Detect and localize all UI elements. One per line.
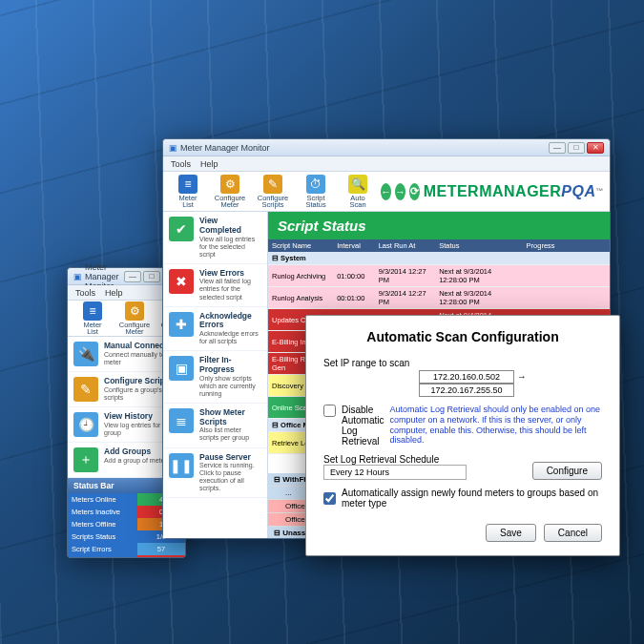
sidebar-icon: ❚❚ <box>169 453 194 478</box>
table-group-row[interactable]: ⊟ System <box>268 252 610 265</box>
sidebar-item[interactable]: ❚❚ Pause Server Service is running. Clic… <box>163 448 267 499</box>
sidebar-item-title: Show Meter Scripts <box>199 408 261 427</box>
column-header[interactable]: Script Name <box>268 239 333 252</box>
save-button[interactable]: Save <box>486 524 536 542</box>
sidebar-item-desc: Service is running. Click to pause execu… <box>199 462 261 492</box>
toolbar-label: Configure Meter <box>119 322 151 336</box>
toolbar-configure-scripts[interactable]: ✎ Configure Scripts <box>253 173 293 211</box>
brand-logo: METERMANAGERPQA™ <box>424 183 604 200</box>
cell-lastrun: 9/3/2014 12:27 PM <box>375 287 436 309</box>
sidebar-icon: ✎ <box>73 377 98 402</box>
cell-interval: 00:01:00 <box>333 287 374 309</box>
gear-icon: ⚙ <box>220 175 239 194</box>
cell-interval: 01:00:00 <box>333 265 374 287</box>
toolbar-label: Configure Meter <box>215 195 246 209</box>
close-button[interactable]: ✕ <box>587 142 604 154</box>
disable-auto-log-label: Disable Automatic Log Retrieval <box>342 405 384 447</box>
brand-pqa: PQA <box>561 183 595 200</box>
cell-lastrun: 9/3/2014 12:27 PM <box>375 265 436 287</box>
toolbar: ≡ Meter List ⚙ Configure Meter ✎ Configu… <box>163 172 610 212</box>
sidebar-item-title: View Completed <box>199 217 261 236</box>
page-title: Script Status <box>268 212 610 239</box>
configure-button[interactable]: Configure <box>532 462 602 480</box>
dialog-title: Automatic Scan Configuration <box>323 329 602 344</box>
status-label: Script Errors <box>68 543 137 555</box>
sidebar-icon: ✖ <box>169 269 194 294</box>
search-icon: 🔍 <box>348 175 367 194</box>
maximize-button[interactable]: □ <box>568 142 585 154</box>
column-header[interactable]: Last Run At <box>375 239 436 252</box>
sidebar-item-desc: Add a group of meters <box>104 457 170 465</box>
menu-help[interactable]: Help <box>105 288 123 298</box>
brand-manager: MANAGER <box>479 183 561 200</box>
toolbar-auto-scan[interactable]: 🔍 Auto Scan <box>339 173 377 211</box>
sidebar-item-title: Acknowledge Errors <box>199 312 261 331</box>
sidebar-item[interactable]: ✔ View Completed View all log entries fo… <box>163 212 267 264</box>
menu-tools[interactable]: Tools <box>171 159 191 169</box>
disable-auto-log-checkbox[interactable] <box>323 405 336 417</box>
auto-scan-config-dialog: Automatic Scan Configuration Set IP rang… <box>305 315 620 556</box>
auto-assign-checkbox[interactable] <box>323 492 336 505</box>
ip-range-label: Set IP range to scan <box>323 358 602 368</box>
minimize-button[interactable]: — <box>124 271 141 282</box>
cancel-button[interactable]: Cancel <box>544 524 602 542</box>
sidebar-item[interactable]: ✖ View Errors View all failed log entrie… <box>163 264 267 307</box>
sidebar-item[interactable]: ≣ Show Meter Scripts Also list meter scr… <box>163 404 267 448</box>
sidebar-icon: ▣ <box>169 356 194 381</box>
sidebar-item-desc: View all failed log entries for the sele… <box>199 278 261 301</box>
cell-script: Runlog Analysis <box>268 287 333 309</box>
toolbar-label: Meter List <box>173 195 203 209</box>
toolbar-meter-list[interactable]: ≡ Meter List <box>73 301 112 337</box>
sidebar-item-title: Pause Server <box>199 453 261 463</box>
arrow-icon: → <box>517 371 527 382</box>
column-header[interactable]: Progress <box>523 239 610 252</box>
app-icon: ▣ <box>169 143 177 153</box>
sidebar-item[interactable]: ▣ Filter In-Progress Only show scripts w… <box>163 351 267 404</box>
column-header[interactable]: Status <box>435 239 522 252</box>
cell-script: Runlog Archiving <box>268 265 333 287</box>
sidebar-icon: 🕘 <box>73 412 98 437</box>
ip-to-input[interactable] <box>419 384 514 397</box>
table-row[interactable]: Runlog Archiving 01:00:00 9/3/2014 12:27… <box>268 265 610 287</box>
minimize-button[interactable]: — <box>549 142 566 154</box>
sidebar-item-desc: Only show scripts which are currently ru… <box>199 375 261 398</box>
toolbar-meter-list[interactable]: ≡ Meter List <box>169 173 207 211</box>
disable-note: Automatic Log Retrieval should only be e… <box>389 405 602 446</box>
auto-assign-label: Automatically assign newly found meters … <box>342 488 602 509</box>
brand-tm: ™ <box>596 187 605 196</box>
menubar: Tools Help <box>163 156 610 172</box>
window-title: Meter Manager Monitor <box>180 143 270 153</box>
list-icon: ≡ <box>178 175 197 194</box>
menu-help[interactable]: Help <box>200 159 218 169</box>
toolbar-script-status[interactable]: ⏱ Script Status <box>297 173 335 211</box>
sidebar-item[interactable]: ✚ Acknowledge Errors Acknowledge errors … <box>163 307 267 352</box>
status-label: Meters Online <box>68 493 137 506</box>
app-icon: ▣ <box>73 272 82 281</box>
toolbar-label: Configure Scripts <box>257 195 289 209</box>
cell-status: Next at 9/3/2014 12:28:00 PM <box>435 287 522 309</box>
maximize-button[interactable]: □ <box>143 271 160 282</box>
titlebar[interactable]: ▣ Meter Manager Monitor — □ ✕ <box>163 139 610 156</box>
nav-forward-button[interactable]: → <box>395 183 405 200</box>
ip-from-input[interactable] <box>419 370 514 384</box>
status-value: 172.20.161.68:0 <box>137 555 185 557</box>
status-label: Meters Inactive <box>68 506 137 518</box>
sidebar-icon: ✔ <box>169 217 194 241</box>
table-row[interactable]: Runlog Analysis 00:01:00 9/3/2014 12:27 … <box>268 287 610 309</box>
status-label: Meters Offline <box>68 518 137 530</box>
list-icon: ≡ <box>83 301 102 321</box>
nav-back-button[interactable]: ← <box>381 183 391 200</box>
sidebar-icon: ≣ <box>169 408 194 433</box>
nav-refresh-button[interactable]: ⟳ <box>409 183 420 200</box>
toolbar-configure-meter[interactable]: ⚙ Configure Meter <box>115 301 154 337</box>
sidebar-item-title: Add Groups <box>104 447 170 457</box>
sidebar-item-desc: Also list meter scripts per group <box>199 426 261 442</box>
status-row: Searching IP 172.20.161.68:0 <box>68 555 185 557</box>
clock-icon: ⏱ <box>306 175 325 194</box>
toolbar-configure-meter[interactable]: ⚙ Configure Meter <box>211 173 249 211</box>
status-label: Scripts Status <box>68 530 137 543</box>
script-icon: ✎ <box>263 175 282 194</box>
sidebar-item-desc: Acknowledge errors for all scripts <box>199 330 261 345</box>
menu-tools[interactable]: Tools <box>75 288 95 298</box>
column-header[interactable]: Interval <box>333 239 374 252</box>
